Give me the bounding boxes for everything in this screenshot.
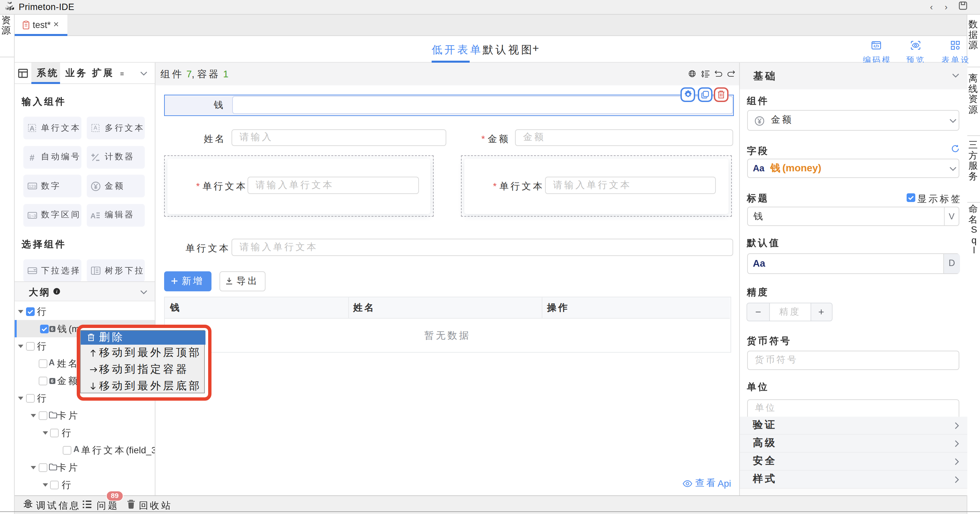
- svg-text:1~3: 1~3: [29, 213, 36, 218]
- svg-text:A: A: [94, 125, 97, 131]
- svg-text:#: #: [29, 152, 34, 162]
- svg-text:A: A: [29, 124, 34, 132]
- svg-text:i: i: [56, 289, 57, 293]
- svg-text:123: 123: [29, 184, 36, 189]
- svg-text:A: A: [91, 211, 96, 220]
